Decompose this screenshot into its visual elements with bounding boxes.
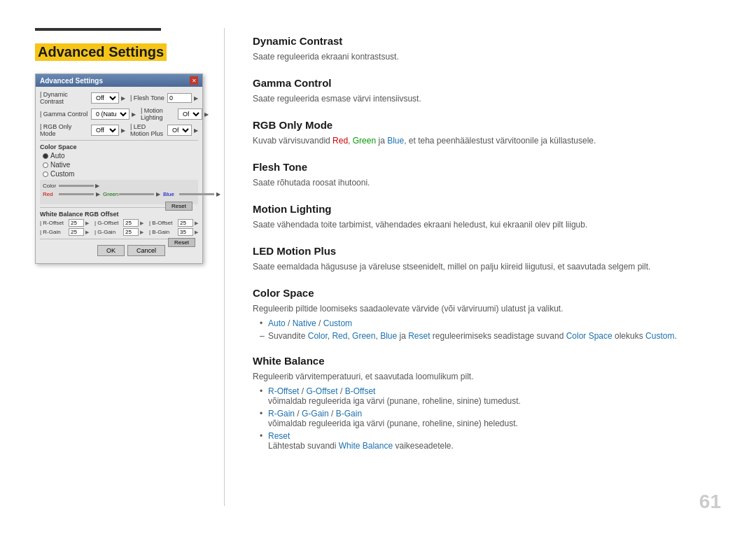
blue-slider[interactable] xyxy=(179,193,214,195)
r-offset-input[interactable] xyxy=(69,219,84,227)
custom-link2: Custom xyxy=(645,331,674,341)
blue-link: Blue xyxy=(387,136,404,146)
b-offset-label: | B-Offset xyxy=(149,220,176,226)
page-title: Advanced Settings xyxy=(35,43,167,61)
radio-native[interactable]: Native xyxy=(40,161,198,169)
auto-link: Auto xyxy=(268,318,286,328)
dialog-close-button[interactable]: ✕ xyxy=(190,76,198,85)
led-motion-plus-text: Saate eemaldada hägususe ja väreluse sts… xyxy=(253,260,721,273)
section-gamma-control: Gamma Control Saate reguleerida esmase v… xyxy=(253,77,721,105)
dynamic-contrast-text: Saate reguleerida ekraani kontrastsust. xyxy=(253,50,721,63)
gamma-control-title: Gamma Control xyxy=(253,77,721,89)
red-slider[interactable] xyxy=(59,193,94,195)
native-link: Native xyxy=(293,318,316,328)
color-label: Color xyxy=(43,183,57,189)
dialog-ok-row: OK Cancel xyxy=(40,242,168,259)
radio-custom[interactable]: Custom xyxy=(40,170,198,178)
radio-auto-label: Auto xyxy=(50,152,65,160)
cancel-button[interactable]: Cancel xyxy=(127,245,165,256)
b-gain-link: B-Gain xyxy=(336,409,362,419)
row3-label1: | RGB Only Mode xyxy=(40,123,89,137)
led-motion-plus-title: LED Motion Plus xyxy=(253,245,721,257)
section-color-space: Color Space Reguleerib piltide loomiseks… xyxy=(253,287,721,341)
g-offset-input[interactable] xyxy=(123,219,139,227)
gamma-control-select[interactable]: 0 (Natural) xyxy=(91,108,130,120)
dialog-body: | Dynamic Contrast Off ▶ | Flesh Tone ▶ … xyxy=(36,87,202,263)
red-row: Red ▶ xyxy=(43,191,100,197)
wb-offset-row1: | R-Offset ▶ | G-Offset ▶ | B-Offset ▶ xyxy=(40,219,198,227)
color-row: Color ▶ xyxy=(43,183,195,189)
r-offset-label: | R-Offset xyxy=(40,220,67,226)
wb-gain-row1: | R-Gain ▶ | G-Gain ▶ | B-Gain ▶ xyxy=(40,228,198,236)
radio-native-indicator xyxy=(43,162,48,168)
b-offset-link: B-Offset xyxy=(345,386,376,396)
led-motion-select[interactable]: Off xyxy=(167,125,192,136)
wb-section: White Balance RGB Offset | R-Offset ▶ | … xyxy=(40,211,198,236)
section-motion-lighting: Motion Lighting Saate vähendada toite ta… xyxy=(253,203,721,231)
color-space-section-label: Color Space xyxy=(40,143,198,150)
color-space-bullets: Auto / Native / Custom Suvandite Color, … xyxy=(253,318,721,341)
color-reset-button[interactable]: Reset xyxy=(165,202,192,211)
rgb-only-select[interactable]: Off xyxy=(91,125,119,136)
ok-button[interactable]: OK xyxy=(97,245,125,256)
g-offset-label: | G-Offset xyxy=(94,220,122,226)
dialog-titlebar: Advanced Settings ✕ xyxy=(36,74,202,87)
row1-label2: | Flesh Tone xyxy=(130,94,165,101)
section-rgb-only-mode: RGB Only Mode Kuvab värvisuvandid Red, G… xyxy=(253,119,721,147)
row2-label2: | Motion Lighting xyxy=(141,107,176,121)
dynamic-contrast-title: Dynamic Contrast xyxy=(253,35,721,47)
r-gain-link: R-Gain xyxy=(268,409,295,419)
dialog-window: Advanced Settings ✕ | Dynamic Contrast O… xyxy=(35,73,203,264)
color-space-link: Color Space xyxy=(566,331,612,341)
radio-auto[interactable]: Auto xyxy=(40,152,198,160)
radio-custom-label: Custom xyxy=(50,170,74,178)
wb-bullet-2: R-Gain / G-Gain / B-Gain võimaldab regul… xyxy=(260,409,721,428)
section-white-balance: White Balance Reguleerib värvitemperatuu… xyxy=(253,355,721,451)
gamma-control-text: Saate reguleerida esmase värvi intensiiv… xyxy=(253,92,721,105)
reset-link: Reset xyxy=(408,331,430,341)
wb-title: White Balance RGB Offset xyxy=(40,211,198,218)
radio-auto-indicator xyxy=(43,153,48,159)
g-offset-link: G-Offset xyxy=(306,386,337,396)
r-gain-input[interactable] xyxy=(69,228,84,236)
rgb-only-mode-text: Kuvab värvisuvandid Red, Green ja Blue, … xyxy=(253,134,721,147)
flesh-tone-text: Saate rõhutada roosat ihutooni. xyxy=(253,176,721,189)
color-slider[interactable] xyxy=(59,185,94,187)
g-gain-input[interactable] xyxy=(123,228,139,236)
r-gain-label: | R-Gain xyxy=(40,229,67,235)
b-gain-label: | B-Gain xyxy=(149,229,176,235)
white-balance-text: Reguleerib värvitemperatuuri, et saavuta… xyxy=(253,370,721,383)
b-offset-input[interactable] xyxy=(178,219,193,227)
rgb-only-mode-title: RGB Only Mode xyxy=(253,119,721,131)
dialog-row-1: | Dynamic Contrast Off ▶ | Flesh Tone ▶ xyxy=(40,91,198,105)
section-dynamic-contrast: Dynamic Contrast Saate reguleerida ekraa… xyxy=(253,35,721,63)
wb-bullet-1: R-Offset / G-Offset / B-Offset võimaldab… xyxy=(260,386,721,406)
r-offset-link: R-Offset xyxy=(268,386,299,396)
section-flesh-tone: Flesh Tone Saate rõhutada roosat ihutoon… xyxy=(253,161,721,189)
color-space-bullet-1: Auto / Native / Custom xyxy=(260,318,721,328)
wb-reset-button[interactable]: Reset xyxy=(168,238,195,247)
radio-native-label: Native xyxy=(50,161,70,169)
color-space-text: Reguleerib piltide loomiseks saadaolevat… xyxy=(253,302,721,315)
green-slider[interactable] xyxy=(119,193,154,195)
wb-gain-subtext: võimaldab reguleerida iga värvi (punane,… xyxy=(268,419,518,428)
row2-label1: | Gamma Control xyxy=(40,111,89,118)
radio-custom-indicator xyxy=(43,171,48,177)
b-gain-input[interactable] xyxy=(178,228,193,236)
g-gain-link: G-Gain xyxy=(302,409,329,419)
green-link: Green xyxy=(353,136,376,146)
dialog-row-2: | Gamma Control 0 (Natural) ▶ | Motion L… xyxy=(40,107,198,121)
page-number: 61 xyxy=(699,491,721,513)
green-label: Green xyxy=(103,191,117,197)
white-balance-title: White Balance xyxy=(253,355,721,367)
reset-link2: Reset xyxy=(268,431,290,441)
motion-lighting-title: Motion Lighting xyxy=(253,203,721,215)
dynamic-contrast-select[interactable]: Off xyxy=(91,92,119,104)
flesh-tone-input[interactable] xyxy=(167,93,192,103)
blue-label: Blue xyxy=(163,191,177,197)
flesh-tone-title: Flesh Tone xyxy=(253,161,721,173)
color-space-bullet-2: Suvandite Color, Red, Green, Blue ja Res… xyxy=(260,331,721,341)
left-panel: Advanced Settings Advanced Settings ✕ | … xyxy=(0,28,224,506)
row1-label1: | Dynamic Contrast xyxy=(40,91,89,105)
motion-lighting-select[interactable]: Off xyxy=(178,108,202,120)
